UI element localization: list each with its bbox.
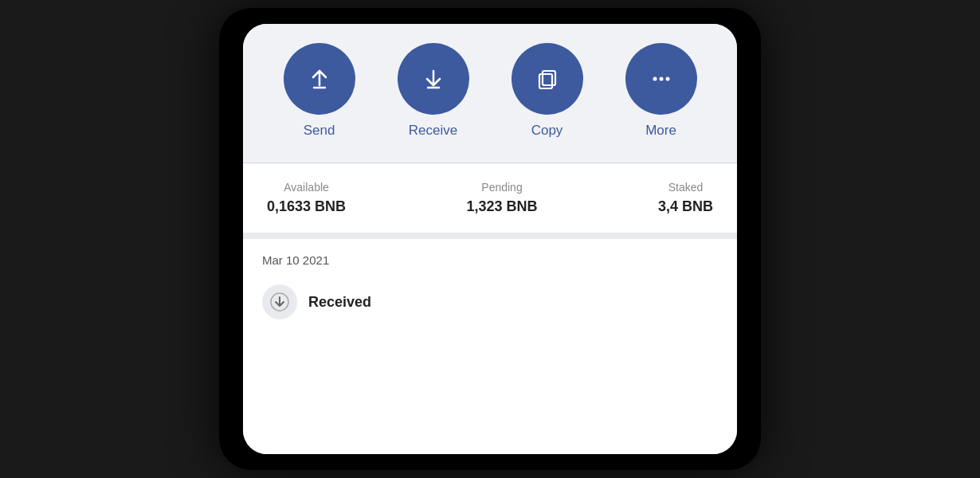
copy-action[interactable]: Copy [512,43,583,139]
pending-value: 1,323 BNB [466,198,537,215]
more-action[interactable]: More [625,43,697,139]
svg-point-7 [659,77,663,81]
pending-balance: Pending 1,323 BNB [466,181,537,215]
staked-value: 3,4 BNB [658,198,713,215]
receive-icon [417,63,449,95]
more-icon [645,63,677,95]
history-section: Mar 10 2021 Received [243,239,737,454]
action-buttons-section: Send Receive [243,24,737,163]
table-row[interactable]: Received [262,278,718,326]
svg-rect-5 [539,74,552,88]
send-action[interactable]: Send [284,43,355,139]
pending-label: Pending [481,181,522,194]
copy-icon [531,63,563,95]
copy-button[interactable] [512,43,583,115]
available-balance: Available 0,1633 BNB [267,181,346,215]
section-divider [243,233,737,239]
send-label: Send [304,123,335,139]
history-date: Mar 10 2021 [262,253,718,267]
send-button[interactable] [284,43,355,115]
send-icon [304,63,335,95]
available-value: 0,1633 BNB [267,198,346,215]
staked-balance: Staked 3,4 BNB [658,181,713,215]
receive-button[interactable] [398,43,469,115]
more-button[interactable] [625,43,697,115]
balance-section: Available 0,1633 BNB Pending 1,323 BNB S… [243,163,737,233]
transaction-type: Received [308,294,371,311]
receive-label: Receive [409,123,457,139]
svg-rect-4 [543,71,555,85]
copy-label: Copy [531,123,563,139]
svg-point-8 [665,77,669,81]
staked-label: Staked [668,181,704,194]
action-buttons-row: Send Receive [262,43,718,139]
received-arrow-icon [270,292,289,311]
svg-point-6 [653,77,657,81]
screen: Send Receive [243,24,737,454]
phone-frame: Send Receive [219,8,761,470]
received-icon [262,284,297,319]
more-label: More [645,123,676,139]
available-label: Available [284,181,329,194]
receive-action[interactable]: Receive [398,43,469,139]
